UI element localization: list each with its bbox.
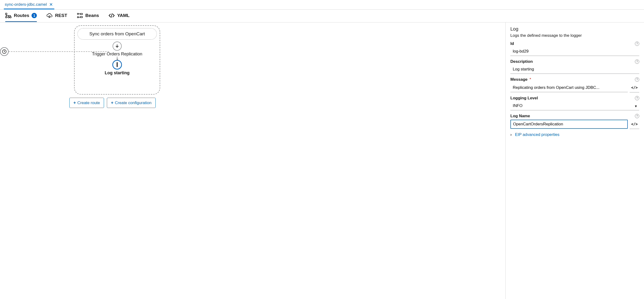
help-icon[interactable]: ? [635,96,639,100]
help-icon[interactable]: ? [635,114,639,118]
id-input[interactable] [510,47,639,56]
message-label: Message [510,77,528,82]
logging-level-label: Logging Level [510,96,538,101]
expression-button[interactable]: </> [630,119,639,129]
code-icon [108,13,115,18]
create-config-label: Create configuration [115,101,152,105]
step-title: Log [510,26,639,32]
help-icon[interactable]: ? [635,77,639,82]
log-name-label: Log Name [510,114,530,118]
svg-rect-0 [6,13,7,14]
eip-advanced-label: EIP advanced properties [515,132,560,137]
route-canvas[interactable]: Sync orders from OpenCart Trigger Orders… [0,22,505,299]
route-title[interactable]: Sync orders from OpenCart [78,28,157,40]
create-route-label: Create route [78,101,100,105]
file-tab-bar: sync-orders-jdbc.camel ✕ [0,0,644,9]
code-icon: </> [631,122,638,126]
file-tab-active[interactable]: sync-orders-jdbc.camel ✕ [4,0,54,9]
svg-rect-8 [80,16,82,18]
svg-point-1 [6,16,7,18]
tab-rest[interactable]: REST [46,10,67,22]
routes-icon [5,13,12,18]
trigger-label: Trigger Orders Replication [92,52,142,57]
routes-count-badge: 1 [32,13,37,18]
timer-node[interactable] [0,47,8,56]
clock-icon [2,49,7,54]
cloud-gear-icon [46,13,52,18]
step-description: Logs the defined message to the logger [510,33,639,38]
tab-beans[interactable]: Beans [77,10,99,22]
document-icon [117,62,118,67]
description-input[interactable] [510,65,639,74]
logging-level-select[interactable] [510,101,639,110]
create-route-button[interactable]: + Create route [69,98,104,108]
description-label: Description [510,59,533,64]
plus-icon: + [74,100,76,105]
help-icon[interactable]: ? [635,41,639,46]
svg-point-2 [8,16,9,18]
svg-point-3 [10,16,11,18]
tab-rest-label: REST [55,13,67,18]
message-input[interactable] [510,83,628,92]
log-node-label: Log starting [105,70,130,75]
tab-yaml-label: YAML [117,13,130,18]
log-node-selected[interactable] [112,60,122,69]
create-configuration-button[interactable]: + Create configuration [107,98,156,108]
svg-rect-7 [80,13,82,14]
beans-icon [77,13,83,18]
tab-routes-label: Routes [14,13,29,18]
tab-yaml[interactable]: YAML [108,10,130,22]
view-tabs: Routes 1 REST Beans YAML [0,9,644,22]
svg-point-5 [78,13,79,14]
eip-advanced-toggle[interactable]: › EIP advanced properties [510,132,639,137]
expression-button[interactable]: </> [630,83,639,92]
properties-panel: Log Logs the defined message to the logg… [505,22,644,299]
tab-routes[interactable]: Routes 1 [5,10,37,22]
trigger-node[interactable] [112,41,122,51]
id-label: Id [510,41,514,46]
route-container[interactable]: Sync orders from OpenCart Trigger Orders… [74,25,160,95]
close-icon[interactable]: ✕ [49,2,53,7]
arrow-down-icon [115,44,119,48]
help-icon[interactable]: ? [635,59,639,64]
chevron-right-icon: › [510,133,512,137]
svg-point-6 [78,16,79,18]
code-icon: </> [631,85,638,90]
file-tab-name: sync-orders-jdbc.camel [5,2,47,7]
connector [117,57,117,60]
log-name-input[interactable] [510,120,628,129]
tab-beans-label: Beans [85,13,99,18]
plus-icon: + [111,100,114,105]
required-indicator: * [530,77,531,81]
